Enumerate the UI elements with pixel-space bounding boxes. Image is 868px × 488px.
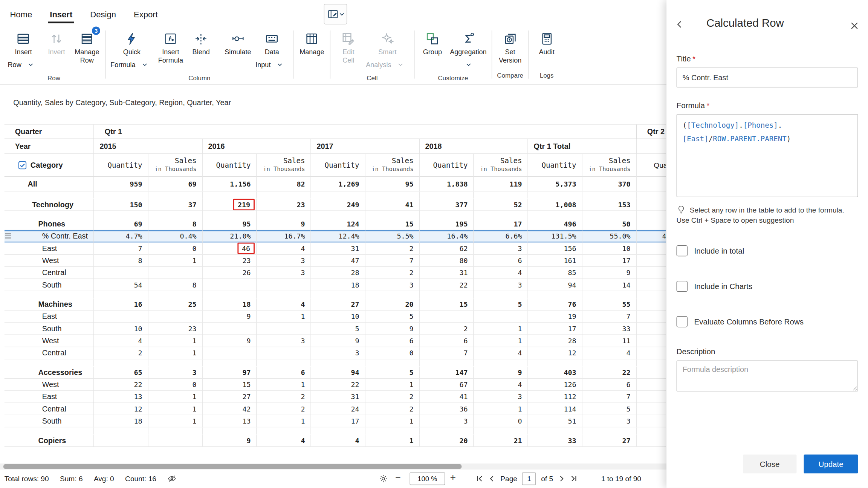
value-cell[interactable]: 82 (257, 177, 311, 192)
value-cell[interactable]: 5 (365, 367, 420, 379)
value-cell[interactable]: 67 (420, 379, 474, 391)
value-cell[interactable]: 11 (582, 335, 637, 347)
value-cell[interactable]: 55.0% (582, 230, 637, 242)
value-cell[interactable]: 20 (420, 434, 474, 447)
value-cell[interactable]: 21 (474, 434, 528, 447)
row-label[interactable]: Technology (5, 199, 94, 211)
row-label[interactable]: Central (5, 403, 94, 415)
value-cell[interactable]: 1 (257, 311, 311, 323)
first-page-icon[interactable] (476, 475, 483, 482)
audit-button[interactable]: Audit (532, 29, 562, 56)
value-cell[interactable]: 55 (582, 298, 637, 311)
value-cell[interactable]: 1 (257, 379, 311, 391)
table-row[interactable]: West8123347780616117 (5, 255, 666, 267)
value-cell[interactable]: 1,269 (311, 177, 365, 192)
value-cell[interactable] (257, 323, 311, 335)
value-cell[interactable]: 4 (257, 298, 311, 311)
table-row[interactable]: Central213074124 (5, 347, 666, 359)
table-row[interactable]: All959691,156821,269951,8381195,373370 (5, 177, 666, 192)
value-cell[interactable]: 249 (311, 199, 365, 211)
value-cell[interactable]: 50 (582, 218, 637, 230)
value-cell[interactable]: 3 (257, 335, 311, 347)
value-cell[interactable]: 3 (474, 391, 528, 403)
value-cell[interactable] (420, 311, 474, 323)
quantity-header-cell[interactable]: Quantity (311, 154, 365, 176)
value-cell[interactable]: 42 (203, 403, 257, 415)
table-row[interactable]: Technology150372192324941377521,008153 (5, 199, 666, 211)
value-cell[interactable]: 8 (148, 279, 203, 291)
update-button[interactable]: Update (804, 454, 858, 473)
value-cell[interactable]: 3 (311, 347, 365, 359)
description-textarea[interactable] (677, 361, 858, 392)
value-cell[interactable]: 9 (203, 311, 257, 323)
value-cell[interactable]: 2 (257, 391, 311, 403)
value-cell[interactable]: 12 (528, 347, 582, 359)
row-label[interactable]: Copiers (5, 434, 94, 447)
simulate-button[interactable]: Simulate (222, 29, 253, 56)
value-cell[interactable]: 19 (528, 311, 582, 323)
row-label[interactable]: % Contr. East (5, 230, 94, 242)
zoom-level-input[interactable] (410, 472, 445, 485)
value-cell[interactable] (203, 347, 257, 359)
value-cell[interactable]: 97 (203, 367, 257, 379)
value-cell[interactable]: 7 (94, 243, 148, 255)
value-cell[interactable]: 76 (528, 298, 582, 311)
value-cell[interactable]: 1 (148, 391, 203, 403)
set-version-button[interactable]: SetVersion (495, 29, 526, 65)
row-label[interactable]: Accessories (5, 367, 94, 379)
value-cell[interactable]: 3 (257, 267, 311, 279)
value-cell[interactable]: 2 (365, 391, 420, 403)
value-cell[interactable]: 85 (528, 267, 582, 279)
category-checkbox-icon[interactable] (18, 161, 26, 169)
value-cell[interactable]: 3 (257, 255, 311, 267)
value-cell[interactable]: 16.4% (420, 230, 474, 242)
value-cell[interactable]: 4 (311, 434, 365, 447)
value-cell[interactable]: 1 (365, 434, 420, 447)
qtr2-header-cell[interactable]: Qtr 2 (637, 125, 666, 139)
value-cell[interactable]: 41 (420, 391, 474, 403)
value-cell[interactable]: 18 (311, 279, 365, 291)
value-cell[interactable]: 65 (94, 367, 148, 379)
value-cell[interactable]: 10 (311, 311, 365, 323)
group-button[interactable]: Group (417, 29, 448, 56)
value-cell[interactable]: 6 (582, 379, 637, 391)
value-cell[interactable]: 22 (311, 379, 365, 391)
value-cell[interactable]: 403 (528, 367, 582, 379)
table-row[interactable]: South5481832239414 (5, 279, 666, 291)
value-cell[interactable]: 1 (148, 403, 203, 415)
value-cell[interactable]: 1 (148, 347, 203, 359)
value-cell[interactable]: 21.0% (203, 230, 257, 242)
value-cell[interactable]: 31 (420, 267, 474, 279)
year-header-cell[interactable]: 2015 (94, 139, 203, 154)
value-cell[interactable]: 0 (148, 243, 203, 255)
value-cell[interactable]: 4 (474, 267, 528, 279)
value-cell[interactable]: 20 (365, 298, 420, 311)
tab-insert[interactable]: Insert (50, 9, 72, 18)
table-row[interactable]: East7046431262315610 (5, 243, 666, 255)
quantity-header-cell[interactable]: Quantity (94, 154, 148, 176)
value-cell[interactable]: 370 (582, 177, 637, 192)
value-cell[interactable]: 1 (148, 415, 203, 427)
blend-button[interactable]: Blend (186, 29, 216, 56)
value-cell[interactable]: 36 (420, 403, 474, 415)
value-cell[interactable]: 31 (311, 243, 365, 255)
value-cell[interactable]: 6 (474, 255, 528, 267)
value-cell[interactable]: 3 (420, 415, 474, 427)
value-cell[interactable]: 5.5% (365, 230, 420, 242)
value-cell[interactable] (257, 347, 311, 359)
value-cell[interactable]: 12 (94, 403, 148, 415)
value-cell[interactable]: 15 (365, 218, 420, 230)
tab-design[interactable]: Design (90, 9, 116, 18)
value-cell[interactable]: 7 (365, 255, 420, 267)
value-cell[interactable]: 22 (582, 367, 637, 379)
value-cell[interactable]: 31 (311, 391, 365, 403)
value-cell[interactable]: 23 (257, 199, 311, 211)
row-label[interactable]: South (5, 323, 94, 335)
value-cell[interactable]: 7 (582, 391, 637, 403)
value-cell[interactable]: 17 (582, 255, 637, 267)
value-cell[interactable]: 17 (474, 218, 528, 230)
table-row[interactable]: Accessories653976945147940322 (5, 367, 666, 379)
value-cell[interactable]: 9 (365, 323, 420, 335)
formula-input[interactable]: ([Technology].[Phones].[East]/ROW.PARENT… (677, 114, 858, 197)
table-row[interactable]: % Contr. East4.7%0.4%21.0%16.7%12.4%5.5%… (5, 230, 666, 242)
